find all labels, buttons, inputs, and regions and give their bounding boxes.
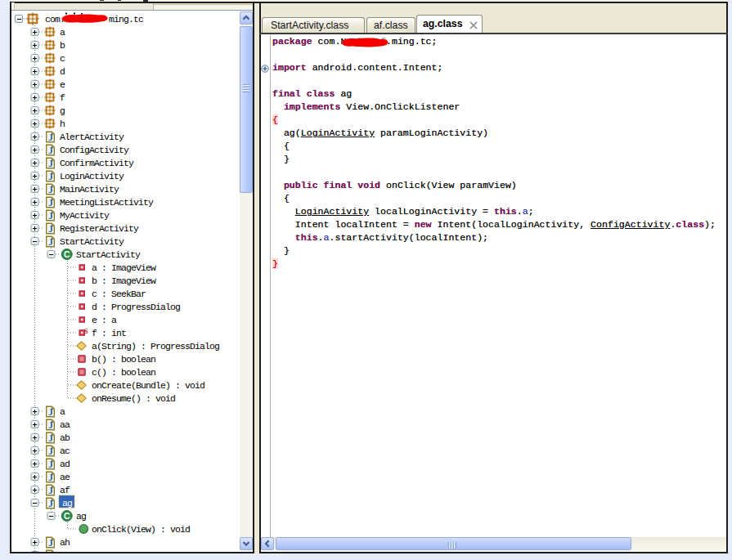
svg-text:S: S [84, 327, 88, 335]
svg-text:C: C [64, 249, 70, 259]
svg-text:J: J [48, 472, 53, 483]
svg-text:ag: ag [62, 498, 72, 508]
svg-text:onCreate(Bundle) : void: onCreate(Bundle) : void [92, 380, 204, 391]
svg-text:J: J [48, 132, 53, 143]
svg-text:a: a [60, 406, 65, 417]
svg-text:f: f [60, 92, 65, 103]
svg-text:J: J [48, 485, 53, 496]
svg-text:h: h [60, 119, 65, 129]
svg-text:ae: ae [60, 472, 70, 482]
svg-text:J: J [48, 171, 53, 182]
svg-text:J: J [48, 223, 53, 235]
svg-text:C: C [64, 511, 70, 521]
svg-text:MainActivity: MainActivity [60, 184, 119, 195]
svg-text:J: J [48, 197, 53, 208]
svg-text:LoginActivity: LoginActivity [60, 171, 124, 181]
svg-text:ag: ag [76, 511, 86, 522]
svg-text:J: J [48, 498, 53, 509]
svg-text:ConfirmActivity: ConfirmActivity [60, 158, 134, 168]
svg-text:b: b [60, 40, 65, 51]
svg-text:StartActivity: StartActivity [76, 249, 141, 260]
svg-text:J: J [48, 459, 53, 470]
svg-text:J: J [48, 236, 53, 248]
svg-text:MyActivity: MyActivity [60, 210, 110, 221]
svg-text:ming.tc: ming.tc [109, 14, 144, 25]
svg-text:ah: ah [60, 537, 70, 548]
svg-text:a: a [60, 27, 65, 38]
svg-text:J: J [48, 406, 53, 418]
svg-text:aa: aa [60, 419, 70, 430]
svg-text:onResume() : void: onResume() : void [92, 393, 175, 404]
svg-text:d : ProgressDialog: d : ProgressDialog [92, 302, 180, 312]
svg-text:RegisterActivity: RegisterActivity [60, 223, 139, 234]
svg-text:J: J [48, 158, 53, 169]
svg-text:com.: com. [45, 14, 65, 25]
svg-text:c: c [60, 53, 65, 64]
svg-text:f : int: f : int [92, 328, 126, 338]
svg-text:MeetingListActivity: MeetingListActivity [60, 197, 154, 208]
svg-text:e: e [60, 79, 65, 90]
svg-text:J: J [48, 446, 53, 457]
svg-text:J: J [48, 537, 53, 549]
svg-text:c() : boolean: c() : boolean [92, 367, 155, 378]
svg-text:b() : boolean: b() : boolean [92, 354, 155, 365]
svg-text:g: g [60, 105, 65, 116]
svg-text:ad: ad [60, 459, 70, 469]
svg-text:J: J [48, 419, 53, 431]
svg-text:af: af [60, 485, 70, 495]
svg-text:AlertActivity: AlertActivity [60, 132, 124, 142]
svg-text:J: J [48, 432, 53, 444]
svg-text:ConfigActivity: ConfigActivity [60, 145, 129, 155]
svg-text:J: J [48, 210, 53, 222]
svg-text:ab: ab [60, 432, 70, 443]
svg-text:b : ImageView: b : ImageView [92, 276, 156, 286]
svg-text:c : SeekBar: c : SeekBar [92, 289, 146, 299]
svg-text:a(String) : ProgressDialog: a(String) : ProgressDialog [92, 341, 219, 352]
svg-text:J: J [48, 145, 53, 156]
svg-text:StartActivity: StartActivity [60, 236, 124, 247]
svg-text:J: J [48, 550, 53, 552]
svg-text:ac: ac [60, 446, 70, 456]
svg-text:e : a: e : a [92, 315, 117, 325]
svg-text:J: J [48, 184, 53, 195]
svg-text:d: d [60, 66, 65, 77]
svg-text:a : ImageView: a : ImageView [92, 262, 156, 273]
svg-text:onClick(View) : void: onClick(View) : void [92, 524, 190, 535]
